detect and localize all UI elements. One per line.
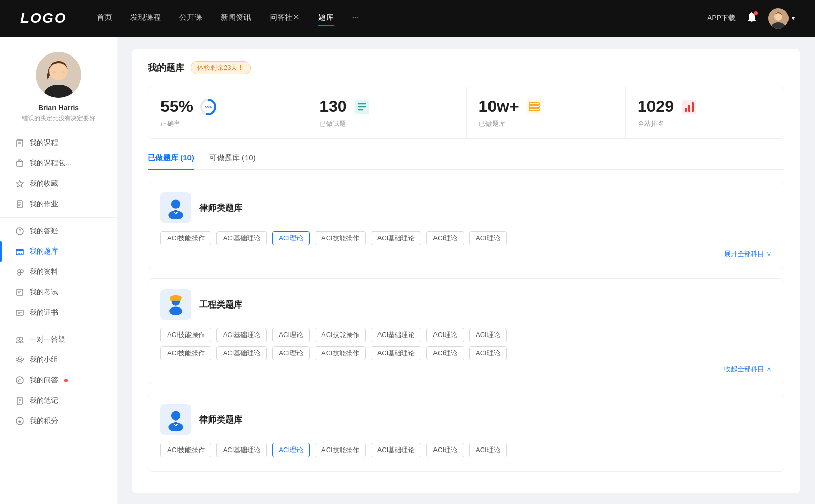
nav-more[interactable]: ··· xyxy=(352,13,359,24)
nav-news[interactable]: 新闻资讯 xyxy=(221,13,251,24)
sidebar-item-my-qa[interactable]: Q 我的问答 xyxy=(0,370,117,390)
bank-card-lawyer-1-expand[interactable]: 展开全部科目 ∨ xyxy=(160,249,772,259)
notification-dot xyxy=(754,11,758,15)
tag-eng-10[interactable]: ACI技能操作 xyxy=(315,346,366,360)
tag-eng-1[interactable]: ACI基础理论 xyxy=(216,328,267,342)
main-content: 我的题库 体验剩余23天！ 55% 5 xyxy=(117,37,815,504)
sidebar-item-points[interactable]: ★ 我的积分 xyxy=(0,411,117,431)
sidebar-item-bank[interactable]: 我的题库 xyxy=(0,241,117,262)
tag-lawyer-2-6[interactable]: ACI理论 xyxy=(469,443,507,457)
tag-eng-3[interactable]: ACI技能操作 xyxy=(315,328,366,342)
svg-marker-14 xyxy=(16,180,23,187)
bank-card-engineer-tags-row2: ACI技能操作 ACI基础理论 ACI理论 ACI技能操作 ACI基础理论 AC… xyxy=(160,346,772,360)
svg-rect-32 xyxy=(16,310,23,315)
sidebar-item-group[interactable]: 我的小组 xyxy=(0,350,117,370)
logo[interactable]: LOGO xyxy=(20,10,66,26)
trial-badge[interactable]: 体验剩余23天！ xyxy=(191,61,251,74)
bank-lawyer-icon-2 xyxy=(160,404,191,435)
tag-lawyer-2-1[interactable]: ACI基础理论 xyxy=(216,443,267,457)
tag-eng-7[interactable]: ACI技能操作 xyxy=(160,346,211,360)
sidebar-item-certificate[interactable]: 我的证书 xyxy=(0,302,117,323)
material-icon xyxy=(15,267,24,276)
tag-lawyer-1-2[interactable]: ACI理论 xyxy=(272,231,310,245)
nav-open-course[interactable]: 公开课 xyxy=(179,13,202,24)
sidebar-item-one-on-one[interactable]: 一对一答疑 xyxy=(0,329,117,350)
nav-discover[interactable]: 发现课程 xyxy=(130,13,161,24)
bank-card-engineer-expand[interactable]: 收起全部科目 ∧ xyxy=(160,365,772,374)
avatar-chevron-icon: ▾ xyxy=(792,15,795,22)
nav-home[interactable]: 首页 xyxy=(97,13,112,24)
bank-card-engineer-header: 工程类题库 xyxy=(160,289,772,320)
sidebar-item-qa-answer[interactable]: ? 我的答疑 xyxy=(0,221,117,241)
svg-text:★: ★ xyxy=(18,419,22,424)
sidebar-item-homework[interactable]: 我的作业 xyxy=(0,194,117,214)
sidebar-divider-1 xyxy=(0,217,117,218)
tab-done-banks[interactable]: 已做题库 (10) xyxy=(148,153,194,169)
nav-bank[interactable]: 题库 xyxy=(318,13,334,24)
notification-bell[interactable] xyxy=(746,11,758,25)
svg-text:55%: 55% xyxy=(205,105,212,109)
stats-row: 55% 55% 正确率 xyxy=(148,87,784,139)
svg-point-64 xyxy=(171,200,180,209)
points-icon: ★ xyxy=(15,416,24,426)
tag-lawyer-1-6[interactable]: ACI理论 xyxy=(469,231,507,245)
navbar-right: APP下载 ▾ xyxy=(707,8,795,29)
tag-lawyer-2-5[interactable]: ACI理论 xyxy=(426,443,464,457)
tag-lawyer-1-3[interactable]: ACI技能操作 xyxy=(315,231,366,245)
stat-accuracy-icon: 55% xyxy=(199,98,218,116)
tag-eng-6[interactable]: ACI理论 xyxy=(469,328,507,342)
tabs-row: 已做题库 (10) 可做题库 (10) xyxy=(148,153,784,170)
tag-eng-9[interactable]: ACI理论 xyxy=(272,346,310,360)
tag-eng-11[interactable]: ACI基础理论 xyxy=(371,346,422,360)
sidebar-item-notes[interactable]: 我的笔记 xyxy=(0,390,117,411)
sidebar-item-exam[interactable]: 我的考试 xyxy=(0,282,117,302)
bank-card-engineer-title: 工程类题库 xyxy=(199,299,242,311)
tab-available-banks[interactable]: 可做题库 (10) xyxy=(209,153,256,169)
navbar: LOGO 首页 发现课程 公开课 新闻资讯 问答社区 题库 ··· APP下载 xyxy=(0,0,815,37)
svg-rect-29 xyxy=(17,289,23,295)
bank-card-engineer: 工程类题库 ACI技能操作 ACI基础理论 ACI理论 ACI技能操作 ACI基… xyxy=(148,278,784,384)
app-download-button[interactable]: APP下载 xyxy=(707,14,736,23)
tag-lawyer-2-3[interactable]: ACI技能操作 xyxy=(315,443,366,457)
bank-card-lawyer-2-header: 律师类题库 xyxy=(160,404,772,435)
tag-lawyer-2-2[interactable]: ACI理论 xyxy=(272,443,310,457)
bank-card-lawyer-2-tags: ACI技能操作 ACI基础理论 ACI理论 ACI技能操作 ACI基础理论 AC… xyxy=(160,443,772,457)
sidebar-avatar xyxy=(36,52,82,98)
tag-eng-13[interactable]: ACI理论 xyxy=(469,346,507,360)
nav-qa[interactable]: 问答社区 xyxy=(269,13,300,24)
tag-lawyer-1-1[interactable]: ACI基础理论 xyxy=(216,231,267,245)
tag-lawyer-2-0[interactable]: ACI技能操作 xyxy=(160,443,211,457)
stat-ranking-value: 1029 xyxy=(638,97,674,116)
tag-eng-4[interactable]: ACI基础理论 xyxy=(371,328,422,342)
bank-engineer-icon xyxy=(160,289,191,320)
tag-lawyer-1-0[interactable]: ACI技能操作 xyxy=(160,231,211,245)
stat-questions-icon xyxy=(353,98,371,116)
sidebar-item-favorites[interactable]: 我的收藏 xyxy=(0,174,117,194)
svg-point-7 xyxy=(62,71,65,73)
svg-rect-63 xyxy=(692,102,694,112)
bank-card-lawyer-1-title: 律师类题库 xyxy=(199,202,242,214)
svg-point-71 xyxy=(169,307,182,316)
tag-eng-2[interactable]: ACI理论 xyxy=(272,328,310,342)
course-icon xyxy=(15,138,24,148)
homework-icon xyxy=(15,200,24,209)
tag-lawyer-1-4[interactable]: ACI基础理论 xyxy=(371,231,422,245)
sidebar-item-material[interactable]: 我的资料 xyxy=(0,262,117,282)
sidebar-item-package[interactable]: 我的课程包... xyxy=(0,153,117,174)
sidebar-motto: 错误的决定比没有决定要好 xyxy=(12,114,105,123)
user-avatar-dropdown[interactable]: ▾ xyxy=(768,8,795,29)
bank-card-lawyer-1-header: 律师类题库 xyxy=(160,192,772,223)
stat-banks-top: 10w+ xyxy=(479,97,613,116)
stat-accuracy-top: 55% 55% xyxy=(160,97,294,116)
tag-eng-12[interactable]: ACI理论 xyxy=(426,346,464,360)
svg-point-36 xyxy=(20,337,23,340)
tag-eng-5[interactable]: ACI理论 xyxy=(426,328,464,342)
sidebar-item-course[interactable]: 我的课程 xyxy=(0,133,117,153)
tag-eng-8[interactable]: ACI基础理论 xyxy=(216,346,267,360)
bank-card-lawyer-2: 律师类题库 ACI技能操作 ACI基础理论 ACI理论 ACI技能操作 ACI基… xyxy=(148,394,784,472)
tag-lawyer-1-5[interactable]: ACI理论 xyxy=(426,231,464,245)
tag-lawyer-2-4[interactable]: ACI基础理论 xyxy=(371,443,422,457)
tag-eng-0[interactable]: ACI技能操作 xyxy=(160,328,211,342)
svg-rect-62 xyxy=(688,105,690,112)
stat-questions-value: 130 xyxy=(319,97,346,116)
